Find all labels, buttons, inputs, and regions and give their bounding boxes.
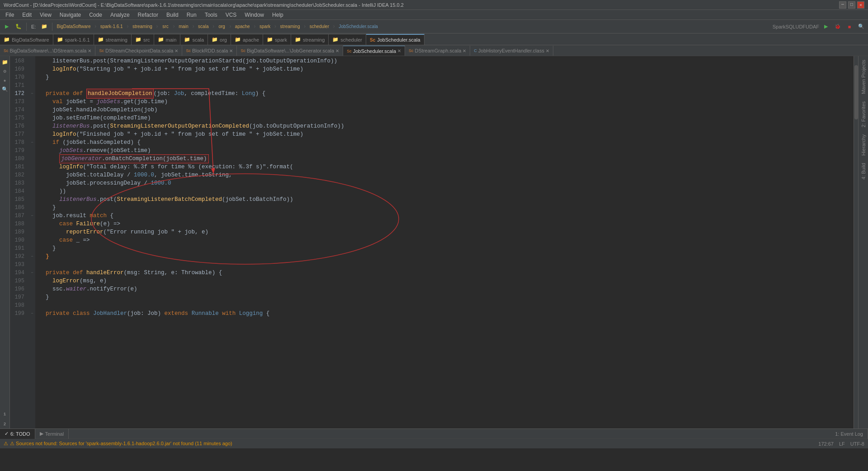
code-line-172: private def handleJobCompletion(job: Job…	[39, 90, 850, 98]
bottom-tab-eventlog[interactable]: 1: Event Log	[830, 429, 868, 439]
scala-btn[interactable]: scala	[197, 22, 210, 32]
scala-icon7: Sc	[409, 48, 414, 53]
streaming2-btn[interactable]: streaming	[279, 22, 302, 32]
org-btn[interactable]: org	[217, 22, 227, 32]
vertical-scrollbar[interactable]	[854, 56, 858, 428]
sidebar-bookmark-icon[interactable]: ★	[1, 76, 9, 84]
scala-icon6: Sc	[347, 49, 352, 53]
bottom-tab-todo[interactable]: ✓ 6: TODO	[0, 429, 35, 439]
code-editor[interactable]: 168 169 170 171 172 173 174 175 176 177 …	[10, 56, 858, 428]
fold-187[interactable]: −	[29, 212, 35, 220]
folder-icon: 📁	[4, 37, 10, 43]
tab-jobscheduler[interactable]: Sc JobScheduler.scala	[366, 34, 425, 45]
menu-refactor[interactable]: Refactor	[134, 11, 162, 19]
menu-help[interactable]: Help	[269, 11, 287, 19]
streaming-btn[interactable]: streaming	[131, 22, 154, 32]
src-btn[interactable]: src	[160, 22, 170, 32]
tab-apache[interactable]: 📁 apache	[231, 34, 263, 45]
right-tab-build[interactable]: 4: Build	[859, 159, 868, 183]
menu-vcs[interactable]: VCS	[222, 11, 241, 19]
class-icon: C	[474, 48, 477, 53]
folder-icon8: 📁	[235, 37, 241, 43]
right-tab-hierarchy[interactable]: Hierarchy	[859, 131, 868, 159]
warning-icon: ⚠	[4, 441, 8, 447]
tab-scheduler[interactable]: 📁 scheduler	[329, 34, 366, 45]
spark-btn[interactable]: spark-1.6.1	[99, 22, 124, 32]
project-structure-button[interactable]: 📁	[39, 22, 49, 32]
scheduler-btn[interactable]: scheduler	[308, 22, 330, 32]
spark2-btn[interactable]: spark	[258, 22, 272, 32]
menu-window[interactable]: Window	[241, 11, 268, 19]
right-tab-maven[interactable]: Maven Projects	[859, 56, 868, 98]
tab-dstreamgraph[interactable]: Sc DStreamGraph.scala ✕	[405, 46, 470, 56]
close-dstreamgraph[interactable]: ✕	[462, 48, 466, 53]
tab-spark2[interactable]: 📁 spark	[263, 34, 291, 45]
menu-code[interactable]: Code	[85, 11, 106, 19]
tab-jobscheduler-editor[interactable]: Sc JobScheduler.scala ✕	[343, 46, 405, 56]
minimize-button[interactable]: ─	[839, 1, 846, 9]
tab-dstreamcheckpoint[interactable]: Sc DStreamCheckpointData.scala ✕	[95, 46, 182, 56]
line-numbers: 168 169 170 171 172 173 174 175 176 177 …	[10, 56, 29, 428]
close-dstream[interactable]: ✕	[88, 48, 91, 53]
close-blockrdd[interactable]: ✕	[229, 48, 233, 53]
bc-sep7: ›	[229, 24, 232, 30]
menu-analyze[interactable]: Analyze	[107, 11, 133, 19]
menu-navigate[interactable]: Navigate	[56, 11, 85, 19]
menu-edit[interactable]: Edit	[19, 11, 35, 19]
sidebar-1-icon[interactable]: 1	[1, 410, 9, 419]
window-controls[interactable]: ─ □ ✕	[839, 1, 864, 9]
fold-194[interactable]: −	[29, 269, 35, 277]
debug-config-btn[interactable]: 🐞	[833, 22, 843, 32]
close-jobhistory[interactable]: ✕	[546, 48, 549, 53]
maximize-button[interactable]: □	[848, 1, 855, 9]
tab-main[interactable]: 📁 main	[154, 34, 181, 45]
menu-build[interactable]: Build	[163, 11, 182, 19]
terminal-icon: ▶	[40, 431, 43, 437]
menu-run[interactable]: Run	[183, 11, 200, 19]
scrollbar-thumb[interactable]	[854, 65, 858, 119]
bottom-tab-terminal[interactable]: ▶ Terminal	[35, 429, 69, 439]
close-dstreamcheckpoint[interactable]: ✕	[175, 48, 178, 53]
code-area[interactable]: listenerBus.post(StreamingListenerOutput…	[35, 56, 854, 428]
fold-192[interactable]: −	[29, 252, 35, 261]
fold-199[interactable]: −	[29, 309, 35, 318]
stop-btn[interactable]: ■	[844, 22, 854, 32]
run-config-btn[interactable]: ▶	[821, 22, 831, 32]
debug-button[interactable]: 🐛	[14, 22, 24, 32]
tab-streaming1[interactable]: 📁 streaming	[94, 34, 132, 45]
close-button[interactable]: ✕	[857, 1, 864, 9]
search-everywhere-btn[interactable]: 🔍	[856, 22, 866, 32]
bigdata-btn[interactable]: BigDataSoftware	[55, 22, 92, 32]
fold-172[interactable]: −	[29, 90, 35, 98]
apache-btn[interactable]: apache	[234, 22, 251, 32]
close-jobgenerator[interactable]: ✕	[335, 48, 339, 53]
sidebar-2-icon[interactable]: 2	[1, 420, 9, 428]
file-btn[interactable]: JobScheduler.scala	[337, 22, 379, 32]
tab-streaming2[interactable]: 📁 streaming	[291, 34, 329, 45]
scala-icon2: Sc	[4, 48, 9, 53]
folder-icon6: 📁	[184, 37, 190, 43]
menu-file[interactable]: File	[2, 11, 18, 19]
main-btn[interactable]: main	[177, 22, 190, 32]
sidebar-inspect-icon[interactable]: 🔍	[1, 85, 9, 93]
sidebar-structure-icon[interactable]: ⚙	[1, 67, 9, 75]
menu-view[interactable]: View	[36, 11, 55, 19]
tab-jobgenerator[interactable]: Sc BigDataSoftware\...\JobGenerator.scal…	[237, 46, 343, 56]
tab-spark161[interactable]: 📁 spark-1.6.1	[53, 34, 94, 45]
tab-dstream[interactable]: Sc BigDataSoftware\...\DStream.scala ✕	[0, 46, 95, 56]
encoding: UTF-8	[850, 441, 864, 447]
run-button[interactable]: ▶	[2, 22, 12, 32]
tab-scala[interactable]: 📁 scala	[180, 34, 208, 45]
tab-src[interactable]: 📁 src	[132, 34, 154, 45]
menu-tools[interactable]: Tools	[201, 11, 221, 19]
right-tab-favorites[interactable]: 2: Favorites	[859, 98, 868, 131]
tab-org[interactable]: 📁 org	[208, 34, 231, 45]
sidebar-project-icon[interactable]: 📁	[1, 58, 9, 66]
tab-bigdatasoftware[interactable]: 📁 BigDataSoftware	[0, 34, 53, 45]
tab-jobhistory[interactable]: C JobHistoryEventHandler.class ✕	[470, 46, 553, 56]
todo-icon: ✓	[5, 431, 9, 437]
code-line-177: logInfo("Finished job " + job.id + " fro…	[39, 130, 850, 138]
tab-blockrdd[interactable]: Sc BlockRDD.scala ✕	[182, 46, 237, 56]
fold-178[interactable]: −	[29, 138, 35, 147]
close-jobscheduler[interactable]: ✕	[397, 48, 401, 53]
